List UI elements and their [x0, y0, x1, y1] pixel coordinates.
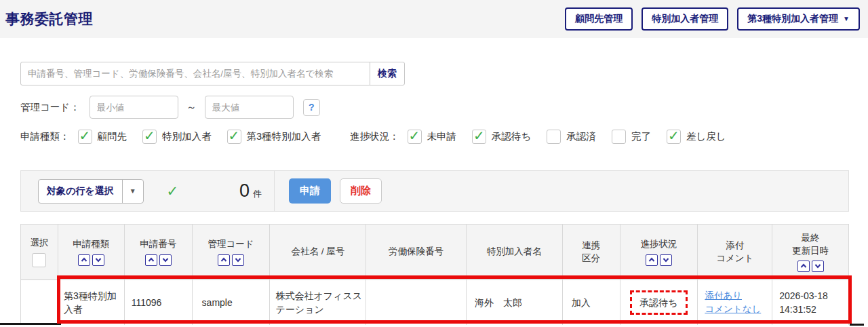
- sort-desc-icon[interactable]: [159, 254, 172, 266]
- advisor-management-button[interactable]: 顧問先管理: [565, 7, 633, 31]
- checkbox-pending-label: 承認待ち: [492, 130, 531, 143]
- checkbox-type3-member[interactable]: [227, 130, 241, 144]
- attachment-link[interactable]: 添付あり: [705, 289, 742, 303]
- filter-status-unapplied: 未申請: [408, 130, 457, 144]
- sort-asc-icon[interactable]: [218, 254, 230, 266]
- header-insurance-no-label: 労働保険番号: [389, 246, 443, 258]
- action-bar-left: 対象の行を選択 ▼ ✓ 0 件: [21, 171, 275, 211]
- delete-button[interactable]: 削除: [340, 178, 382, 204]
- cell-management-code: sample: [193, 280, 271, 325]
- header-attachment-comment-label: 添付 コメント: [716, 239, 753, 264]
- type3-special-member-management-label: 第3種特別加入者管理: [747, 13, 838, 25]
- checkbox-advisor-label: 顧問先: [98, 130, 127, 143]
- checkbox-unapplied-label: 未申請: [427, 130, 457, 143]
- header-application-type: 申請種類: [58, 225, 125, 280]
- table-bottom-edge-right: [850, 324, 864, 326]
- checkbox-returned-label: 差し戻し: [686, 130, 726, 143]
- cell-link-type: 加入: [563, 280, 620, 325]
- sort-asc-icon[interactable]: [78, 254, 90, 266]
- sort-asc-icon[interactable]: [145, 254, 157, 266]
- chevron-down-icon: ▼: [122, 180, 143, 203]
- filter-type-type3-member: 第3種特別加入者: [227, 130, 321, 144]
- sort-desc-icon[interactable]: [92, 254, 104, 266]
- search-button[interactable]: 検索: [370, 62, 405, 85]
- header-application-no: 申請番号: [125, 225, 193, 280]
- header-progress-status-label: 進捗状況: [640, 238, 677, 250]
- checkbox-pending[interactable]: [472, 130, 486, 144]
- row-select-label: 対象の行を選択: [39, 180, 122, 203]
- status-filter-label: 進捗状況：: [350, 130, 399, 143]
- checkbox-advisor[interactable]: [78, 130, 92, 144]
- checkbox-approved-label: 承認済: [566, 130, 596, 143]
- top-band: 事務委託管理 顧問先管理 特別加入者管理 第3種特別加入者管理 ▼: [0, 0, 868, 38]
- checkbox-unapplied[interactable]: [408, 130, 422, 144]
- filter-status-approved: 承認済: [547, 130, 596, 144]
- header-select-label: 選択: [30, 237, 48, 249]
- header-attachment-comment: 添付 コメント: [698, 225, 772, 280]
- header-company-name-label: 会社名 / 屋号: [291, 246, 344, 258]
- header-application-no-label: 申請番号: [140, 238, 176, 250]
- search-row: 検索: [20, 62, 405, 85]
- filter-type-advisor: 顧問先: [78, 130, 127, 144]
- row-select-dropdown[interactable]: 対象の行を選択 ▼: [38, 179, 144, 204]
- header-application-type-label: 申請種類: [73, 238, 109, 250]
- sort-asc-icon[interactable]: [797, 261, 810, 272]
- checkbox-special-member-label: 特別加入者: [162, 130, 212, 143]
- table-header-row: 選択 申請種類 申請番号 管理コード: [21, 225, 848, 280]
- range-separator: ～: [186, 101, 197, 114]
- table-row: 第3種特別加入者 111096 sample 株式会社オフィスステーション 海外…: [21, 280, 848, 325]
- cell-member-name: 海外 太郎: [467, 280, 563, 325]
- action-bar: 対象の行を選択 ▼ ✓ 0 件 申請 削除: [20, 170, 849, 212]
- header-last-updated: 最終 更新日時: [772, 225, 848, 280]
- filter-status-done: 完了: [612, 130, 651, 144]
- filter-row: 申請種類： 顧問先 特別加入者 第3種特別加入者 進捗状況： 未申請 承認待ち …: [20, 130, 742, 144]
- checkbox-approved[interactable]: [547, 130, 561, 144]
- checkbox-returned[interactable]: [667, 130, 681, 144]
- sort-desc-icon[interactable]: [812, 261, 824, 272]
- selected-count: 0 件: [239, 180, 262, 201]
- cell-application-no: 111096: [125, 280, 193, 325]
- comment-link[interactable]: コメントなし: [705, 303, 761, 316]
- header-progress-status: 進捗状況: [620, 225, 698, 280]
- checkbox-special-member[interactable]: [142, 130, 157, 144]
- type-filter-label: 申請種類：: [20, 130, 70, 143]
- chevron-down-icon: ▼: [843, 16, 850, 22]
- code-range-row: 管理コード： ～ ?: [20, 96, 320, 119]
- updated-date: 2026-03-18: [779, 289, 828, 303]
- sort-desc-icon[interactable]: [660, 254, 672, 266]
- cell-select[interactable]: [21, 280, 58, 325]
- header-link-type: 連携 区分: [563, 225, 620, 280]
- code-max-input[interactable]: [205, 96, 294, 119]
- sort-asc-icon[interactable]: [646, 254, 658, 266]
- apply-button[interactable]: 申請: [289, 178, 331, 204]
- filter-type-special-member: 特別加入者: [142, 130, 212, 144]
- filter-status-returned: 差し戻し: [667, 130, 726, 144]
- header-insurance-no: 労働保険番号: [366, 225, 467, 280]
- check-icon: ✓: [167, 183, 179, 199]
- cell-company-name: 株式会社オフィスステーション: [270, 280, 366, 325]
- table-bottom-edge-left: [0, 323, 61, 325]
- type3-special-member-management-button[interactable]: 第3種特別加入者管理 ▼: [737, 7, 860, 31]
- header-nav-buttons: 顧問先管理 特別加入者管理 第3種特別加入者管理 ▼: [565, 7, 860, 31]
- filter-status-pending: 承認待ち: [472, 130, 531, 144]
- page-title: 事務委託管理: [5, 9, 93, 28]
- header-management-code: 管理コード: [193, 225, 271, 280]
- status-badge: 承認待ち: [630, 290, 687, 315]
- help-icon[interactable]: ?: [303, 99, 320, 116]
- special-member-management-button[interactable]: 特別加入者管理: [642, 7, 728, 31]
- code-range-label: 管理コード：: [20, 101, 80, 114]
- header-last-updated-label: 最終 更新日時: [792, 232, 829, 256]
- header-select: 選択: [21, 225, 58, 280]
- app-screen: 事務委託管理 顧問先管理 特別加入者管理 第3種特別加入者管理 ▼ 検索 管理コ…: [0, 0, 868, 327]
- checkbox-done[interactable]: [612, 130, 626, 144]
- search-input[interactable]: [20, 62, 370, 85]
- code-min-input[interactable]: [90, 96, 178, 119]
- cell-progress-status: 承認待ち: [620, 280, 698, 325]
- select-all-checkbox[interactable]: [32, 253, 46, 267]
- sort-desc-icon[interactable]: [232, 254, 244, 266]
- header-company-name: 会社名 / 屋号: [270, 225, 366, 280]
- cell-attachment-comment: 添付あり コメントなし: [698, 280, 772, 325]
- cell-insurance-no: [366, 280, 467, 325]
- selected-count-unit: 件: [253, 188, 262, 200]
- updated-time: 14:31:52: [779, 303, 816, 316]
